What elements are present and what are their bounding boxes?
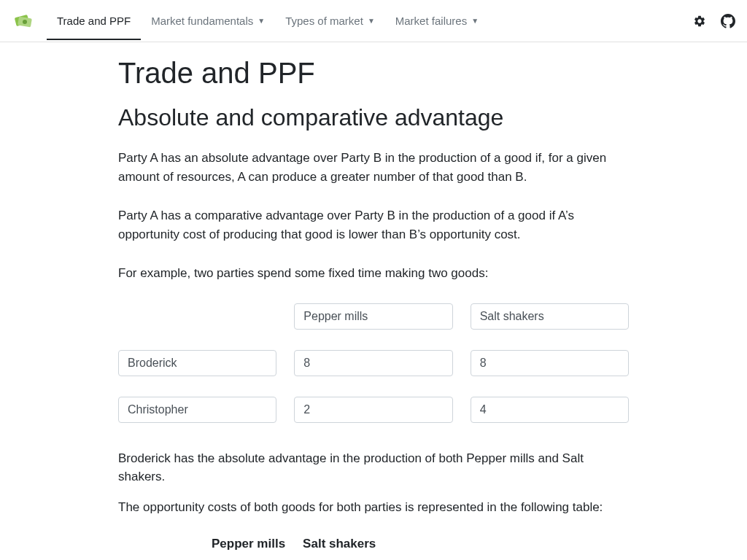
page-subtitle: Absolute and comparative advantage bbox=[118, 104, 629, 131]
nav-trade-ppf[interactable]: Trade and PPF bbox=[47, 1, 141, 40]
table-col2: Salt shakers bbox=[303, 537, 376, 551]
nav-label: Market fundamentals bbox=[151, 15, 253, 27]
nav-market-failures[interactable]: Market failures ▼ bbox=[385, 1, 489, 40]
gear-icon bbox=[693, 15, 706, 28]
paragraph-opportunity-intro: The opportunity costs of both goods for … bbox=[118, 498, 629, 517]
partyB-good2-input[interactable] bbox=[471, 397, 629, 423]
partyA-good1-input[interactable] bbox=[294, 350, 452, 376]
page-title: Trade and PPF bbox=[118, 57, 629, 90]
svg-point-2 bbox=[23, 20, 27, 24]
nav-right bbox=[693, 14, 735, 28]
paragraph-example: For example, two parties spend some fixe… bbox=[118, 264, 629, 283]
opportunity-cost-headers: Pepper mills Salt shakers bbox=[118, 537, 629, 551]
partyB-good1-input[interactable] bbox=[294, 397, 452, 423]
nav-label: Types of market bbox=[285, 15, 363, 27]
partyA-good2-input[interactable] bbox=[471, 350, 629, 376]
nav-types-of-market[interactable]: Types of market ▼ bbox=[275, 1, 385, 40]
paragraph-comparative: Party A has a comparative advantage over… bbox=[118, 206, 629, 244]
chevron-down-icon: ▼ bbox=[368, 17, 375, 25]
nav-market-fundamentals[interactable]: Market fundamentals ▼ bbox=[141, 1, 275, 40]
settings-button[interactable] bbox=[693, 15, 706, 28]
partyA-name-input[interactable] bbox=[118, 350, 276, 376]
github-button[interactable] bbox=[721, 14, 735, 28]
partyB-name-input[interactable] bbox=[118, 397, 276, 423]
chevron-down-icon: ▼ bbox=[471, 17, 479, 25]
chevron-down-icon: ▼ bbox=[258, 17, 265, 25]
navbar: Trade and PPF Market fundamentals ▼ Type… bbox=[0, 0, 747, 42]
good2-input[interactable] bbox=[471, 303, 629, 330]
logo[interactable] bbox=[12, 9, 35, 33]
paragraph-absolute-result: Broderick has the absolute advantage in … bbox=[118, 449, 629, 486]
nav-label: Market failures bbox=[395, 15, 467, 27]
good1-input[interactable] bbox=[294, 303, 452, 330]
empty-cell bbox=[118, 303, 276, 332]
paragraph-absolute: Party A has an absolute advantage over P… bbox=[118, 149, 629, 186]
main-content: Trade and PPF Absolute and comparative a… bbox=[118, 42, 629, 551]
nav-label: Trade and PPF bbox=[57, 15, 131, 27]
github-icon bbox=[721, 14, 735, 28]
production-input-grid bbox=[118, 303, 629, 426]
money-icon bbox=[12, 10, 34, 32]
nav-items: Trade and PPF Market fundamentals ▼ Type… bbox=[47, 1, 693, 40]
table-col1: Pepper mills bbox=[212, 537, 285, 551]
